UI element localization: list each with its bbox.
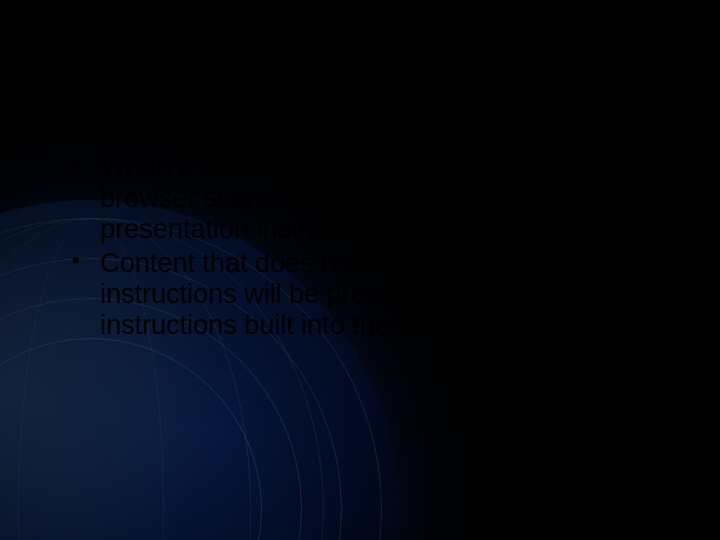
list-item: Content that does not have presentation …	[72, 248, 680, 340]
bullet-text: When a browser presents a Web document, …	[100, 151, 673, 244]
bullet-text: Content that does not have presentation …	[100, 247, 608, 340]
list-item: When a browser presents a Web document, …	[72, 152, 680, 244]
slide-content: When a browser presents a Web document, …	[72, 152, 680, 345]
slide: When a browser presents a Web document, …	[0, 0, 720, 540]
bullet-list: When a browser presents a Web document, …	[72, 152, 680, 341]
